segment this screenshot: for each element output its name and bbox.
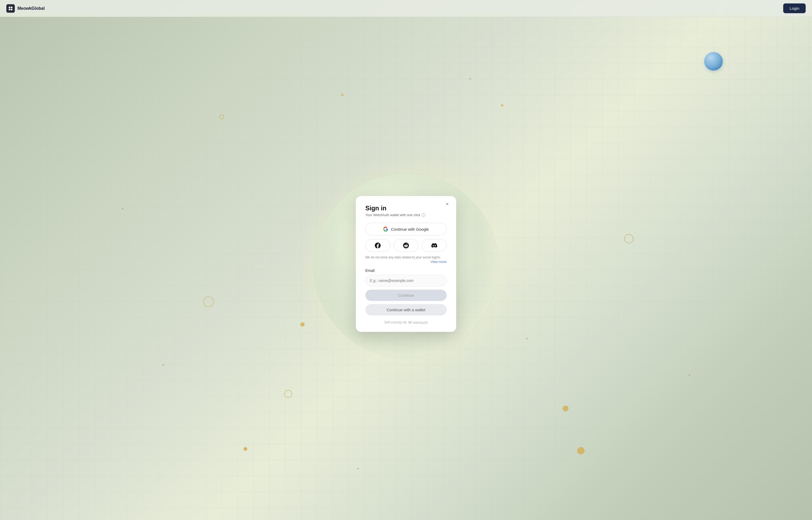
continue-button[interactable]: Continue xyxy=(365,290,447,301)
google-signin-button[interactable]: Continue with Google xyxy=(365,223,447,235)
discord-icon xyxy=(431,242,437,249)
web3auth-brand-name: web3auth xyxy=(413,320,428,324)
social-buttons-row xyxy=(365,239,447,252)
google-icon xyxy=(383,227,388,232)
web3auth-w-icon: W xyxy=(408,320,412,324)
modal-overlay: × Sign in Your Web3Auth wallet with one … xyxy=(0,0,812,520)
modal-subtitle: Your Web3Auth wallet with one click i xyxy=(365,213,447,217)
wallet-button[interactable]: Continue with a wallet xyxy=(365,304,447,315)
web3auth-logo: W web3auth xyxy=(408,320,428,324)
footer-brand: Self-custody via W web3auth xyxy=(365,320,447,324)
reddit-icon xyxy=(403,242,409,249)
facebook-signin-button[interactable] xyxy=(365,239,390,252)
email-label: Email xyxy=(365,268,447,273)
info-icon[interactable]: i xyxy=(422,213,425,217)
footer-text: Self-custody via xyxy=(384,320,407,324)
facebook-icon xyxy=(375,242,381,249)
modal-subtitle-text: Your Web3Auth wallet with one click xyxy=(365,213,420,217)
modal-close-button[interactable]: × xyxy=(443,200,451,208)
discord-signin-button[interactable] xyxy=(422,239,447,252)
reddit-signin-button[interactable] xyxy=(394,239,419,252)
email-input[interactable] xyxy=(365,275,447,286)
sign-in-modal: × Sign in Your Web3Auth wallet with one … xyxy=(356,196,456,332)
google-button-label: Continue with Google xyxy=(391,227,429,231)
modal-title: Sign in xyxy=(365,205,447,212)
view-more-link[interactable]: View more xyxy=(365,260,447,264)
social-notice-text: We do not store any data related to your… xyxy=(365,256,447,259)
